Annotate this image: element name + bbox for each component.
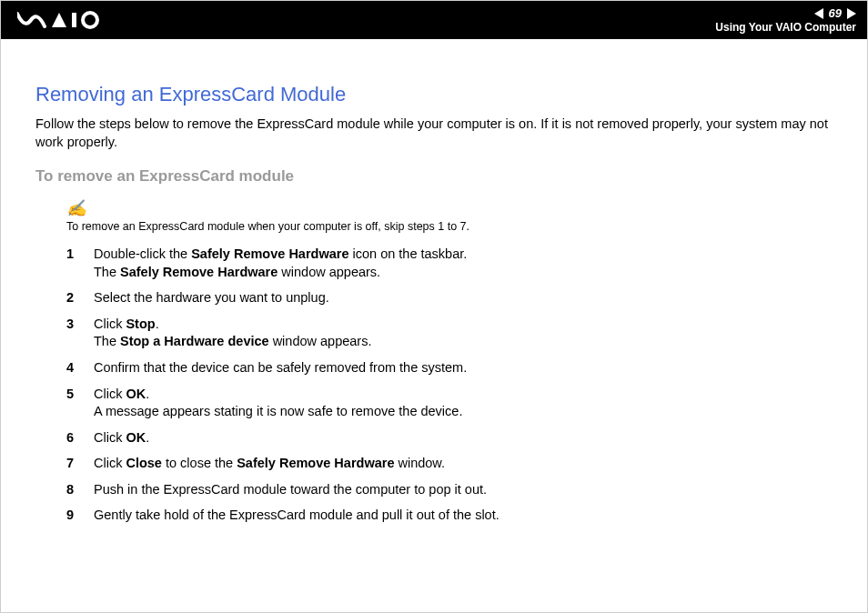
- svg-rect-0: [72, 13, 76, 27]
- step-item: 3Click Stop.The Stop a Hardware device w…: [66, 316, 833, 351]
- header-bar: 69 Using Your VAIO Computer: [1, 1, 867, 39]
- step-item: 9Gently take hold of the ExpressCard mod…: [66, 507, 833, 525]
- prev-page-arrow-icon[interactable]: [814, 8, 823, 19]
- step-item: 4Confirm that the device can be safely r…: [66, 359, 833, 377]
- step-item: 5Click OK.A message appears stating it i…: [66, 386, 833, 421]
- step-text: Click Close to close the Safely Remove H…: [94, 455, 445, 473]
- steps-list: 1Double-click the Safely Remove Hardware…: [35, 246, 833, 525]
- step-text: Click OK.: [94, 429, 149, 447]
- header-right: 69 Using Your VAIO Computer: [715, 6, 856, 34]
- page-number: 69: [829, 6, 842, 20]
- step-number: 2: [66, 289, 77, 307]
- step-text: Confirm that the device can be safely re…: [94, 359, 467, 377]
- page-title: Removing an ExpressCard Module: [35, 83, 833, 106]
- handwriting-note-icon: ✍: [66, 198, 833, 218]
- step-text: Double-click the Safely Remove Hardware …: [94, 246, 467, 281]
- step-text: Click OK.A message appears stating it is…: [94, 386, 462, 421]
- step-number: 5: [66, 386, 77, 421]
- svg-point-1: [83, 13, 97, 27]
- note-block: ✍ To remove an ExpressCard module when y…: [35, 198, 833, 233]
- step-item: 2Select the hardware you want to unplug.: [66, 289, 833, 307]
- page-nav: 69: [715, 6, 856, 20]
- step-number: 8: [66, 481, 77, 499]
- step-number: 9: [66, 507, 77, 525]
- step-item: 7Click Close to close the Safely Remove …: [66, 455, 833, 473]
- next-page-arrow-icon[interactable]: [847, 8, 856, 19]
- step-number: 4: [66, 359, 77, 377]
- section-title: Using Your VAIO Computer: [715, 21, 856, 34]
- step-item: 6Click OK.: [66, 429, 833, 447]
- vaio-logo: [17, 11, 101, 29]
- step-number: 7: [66, 455, 77, 473]
- step-text: Push in the ExpressCard module toward th…: [94, 481, 487, 499]
- vaio-logo-svg: [17, 11, 101, 29]
- procedure-subtitle: To remove an ExpressCard module: [35, 167, 833, 186]
- intro-paragraph: Follow the steps below to remove the Exp…: [35, 116, 833, 151]
- note-text: To remove an ExpressCard module when you…: [66, 220, 833, 233]
- step-number: 6: [66, 429, 77, 447]
- step-number: 3: [66, 316, 77, 351]
- step-text: Select the hardware you want to unplug.: [94, 289, 329, 307]
- page-content: Removing an ExpressCard Module Follow th…: [1, 39, 867, 525]
- step-number: 1: [66, 246, 77, 281]
- step-item: 1Double-click the Safely Remove Hardware…: [66, 246, 833, 281]
- step-text: Gently take hold of the ExpressCard modu…: [94, 507, 500, 525]
- step-item: 8Push in the ExpressCard module toward t…: [66, 481, 833, 499]
- step-text: Click Stop.The Stop a Hardware device wi…: [94, 316, 371, 351]
